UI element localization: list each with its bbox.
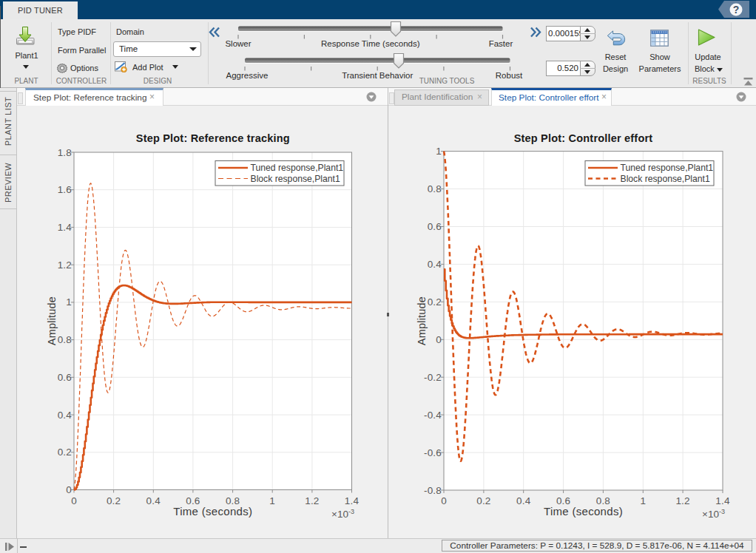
svg-text:0: 0 xyxy=(436,334,442,345)
svg-text:0.4: 0.4 xyxy=(58,410,72,421)
svg-text:Step Plot: Reference tracking: Step Plot: Reference tracking xyxy=(136,132,290,144)
svg-text:Robust: Robust xyxy=(496,71,523,80)
svg-text:0.2: 0.2 xyxy=(428,296,442,308)
svg-text:0.4: 0.4 xyxy=(146,495,161,506)
svg-text:Transient Behavior: Transient Behavior xyxy=(342,71,413,80)
svg-text:1.2: 1.2 xyxy=(675,495,689,506)
svg-text:1: 1 xyxy=(269,495,275,506)
svg-text:-0.8: -0.8 xyxy=(424,485,442,496)
svg-text:0.8: 0.8 xyxy=(428,183,442,194)
svg-text:Tuned response,Plant1: Tuned response,Plant1 xyxy=(251,163,344,173)
svg-text:Amplitude: Amplitude xyxy=(46,296,58,345)
svg-text:1.6: 1.6 xyxy=(58,184,72,195)
svg-text:1: 1 xyxy=(640,495,646,506)
svg-text:Aggressive: Aggressive xyxy=(226,71,269,80)
svg-text:0.6: 0.6 xyxy=(58,372,72,383)
svg-text:Step Plot: Controller effort: Step Plot: Controller effort xyxy=(514,132,653,144)
svg-text:1.4: 1.4 xyxy=(345,495,360,506)
svg-text:0: 0 xyxy=(66,484,72,495)
svg-text:Block response,Plant1: Block response,Plant1 xyxy=(621,174,710,184)
svg-text:-0.6: -0.6 xyxy=(424,447,442,458)
svg-text:Tuned response,Plant1: Tuned response,Plant1 xyxy=(621,163,714,173)
svg-text:Time (seconds): Time (seconds) xyxy=(544,505,623,518)
svg-text:0: 0 xyxy=(71,495,77,506)
svg-text:1.4: 1.4 xyxy=(715,495,730,506)
svg-text:Faster: Faster xyxy=(489,39,513,48)
svg-text:0.4: 0.4 xyxy=(516,495,531,506)
svg-text:0.2: 0.2 xyxy=(58,447,72,458)
svg-text:-0.4: -0.4 xyxy=(424,410,442,421)
svg-text:0.2: 0.2 xyxy=(476,495,490,506)
svg-text:×10-3: ×10-3 xyxy=(702,508,725,520)
svg-text:1.2: 1.2 xyxy=(305,495,319,506)
svg-text:Block response,Plant1: Block response,Plant1 xyxy=(251,174,340,184)
svg-text:1.8: 1.8 xyxy=(58,147,72,158)
svg-text:Amplitude: Amplitude xyxy=(416,296,428,345)
svg-text:0.2: 0.2 xyxy=(107,495,121,506)
svg-text:1.4: 1.4 xyxy=(58,222,72,233)
svg-text:Slower: Slower xyxy=(225,39,251,48)
svg-text:0.6: 0.6 xyxy=(428,221,442,232)
svg-text:0: 0 xyxy=(441,495,447,506)
svg-text:×10-3: ×10-3 xyxy=(331,508,354,520)
svg-text:-0.2: -0.2 xyxy=(424,372,442,383)
svg-text:1: 1 xyxy=(436,146,442,157)
svg-text:1.2: 1.2 xyxy=(58,259,72,271)
svg-text:?: ? xyxy=(733,4,740,16)
svg-text:Time (seconds): Time (seconds) xyxy=(173,505,252,518)
svg-text:0.4: 0.4 xyxy=(428,259,442,270)
svg-text:Response Time (seconds): Response Time (seconds) xyxy=(321,39,420,48)
svg-text:0.8: 0.8 xyxy=(58,334,72,345)
svg-text:1: 1 xyxy=(66,296,72,308)
